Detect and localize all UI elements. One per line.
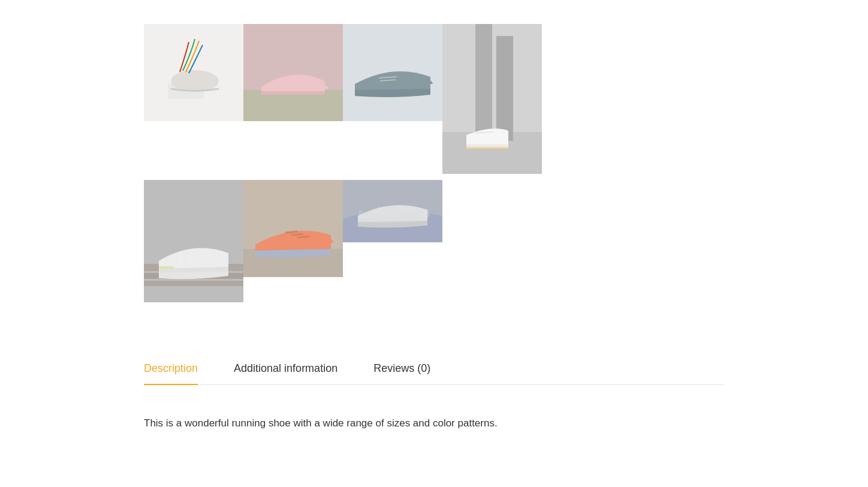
description-text: This is a wonderful running shoe with a … bbox=[144, 415, 724, 431]
image-row-1 bbox=[144, 24, 724, 174]
svg-rect-17 bbox=[144, 281, 243, 286]
svg-line-25 bbox=[291, 234, 303, 235]
gallery-image-5[interactable] bbox=[144, 180, 243, 302]
svg-point-2 bbox=[171, 70, 219, 92]
gallery-image-2[interactable] bbox=[243, 24, 343, 121]
gallery-image-7[interactable] bbox=[343, 180, 442, 242]
gallery-image-6[interactable] bbox=[243, 180, 343, 277]
tabs-list: Description Additional information Revie… bbox=[144, 362, 724, 384]
tab-reviews[interactable]: Reviews (0) bbox=[373, 362, 430, 384]
main-container: Description Additional information Revie… bbox=[0, 0, 868, 443]
svg-rect-21 bbox=[159, 266, 174, 269]
svg-rect-13 bbox=[466, 147, 508, 149]
gallery-image-4[interactable] bbox=[442, 24, 542, 174]
svg-line-26 bbox=[297, 236, 309, 238]
tab-description[interactable]: Description bbox=[144, 362, 198, 384]
images-section bbox=[144, 12, 724, 314]
image-row-2 bbox=[144, 180, 724, 302]
svg-rect-11 bbox=[496, 36, 513, 141]
gallery-image-1[interactable] bbox=[144, 24, 243, 121]
svg-line-24 bbox=[285, 232, 297, 233]
svg-rect-10 bbox=[475, 24, 492, 135]
gallery-image-3[interactable] bbox=[343, 24, 442, 121]
tab-additional-information[interactable]: Additional information bbox=[234, 362, 337, 384]
tabs-section: Description Additional information Revie… bbox=[144, 362, 724, 385]
description-content: This is a wonderful running shoe with a … bbox=[144, 415, 724, 431]
